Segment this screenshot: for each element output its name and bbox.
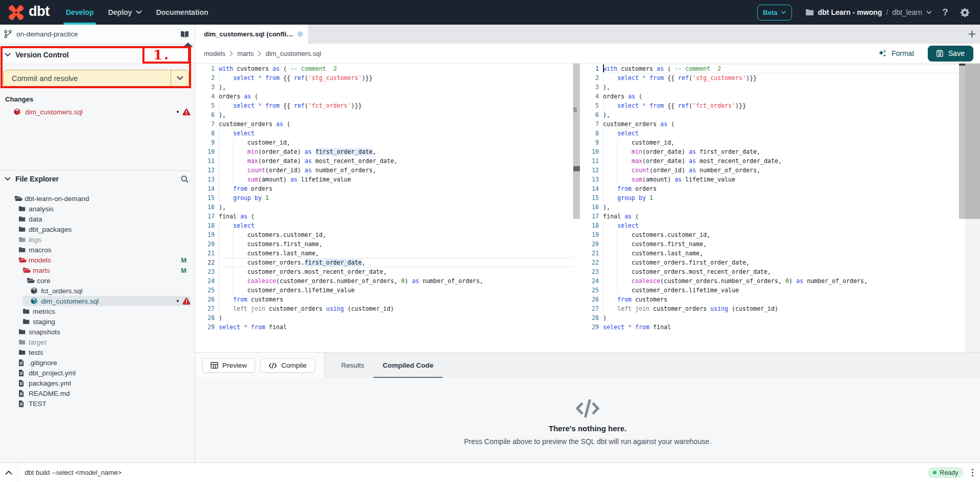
new-tab-button[interactable] bbox=[968, 25, 976, 44]
code-line-29[interactable]: 29select * from final bbox=[579, 323, 980, 332]
project-switcher[interactable]: dbt Learn - mwong / dbt_learn bbox=[805, 8, 932, 16]
code-line-24[interactable]: 24 coalesce(customer_orders.number_of_or… bbox=[195, 276, 573, 286]
code-line-27[interactable]: 27 left join customer_orders using (cust… bbox=[195, 304, 573, 313]
code-line-21[interactable]: 21 customers.last_name, bbox=[579, 249, 980, 258]
commit-and-resolve-button[interactable]: Commit and resolve bbox=[3, 70, 189, 87]
tree-item-target[interactable]: target bbox=[0, 337, 195, 347]
code-line-16[interactable]: 16), bbox=[579, 203, 980, 212]
code-line-20[interactable]: 20 customers.first_name, bbox=[579, 239, 980, 249]
code-line-16[interactable]: 16), bbox=[195, 203, 573, 212]
code-line-4[interactable]: 4orders as ( bbox=[579, 92, 980, 101]
code-line-2[interactable]: 2 select * from {{ ref('stg_customers')}… bbox=[195, 73, 573, 83]
tree-item-dbt-learn-on-demand[interactable]: dbt-learn-on-demand bbox=[0, 193, 195, 204]
code-line-6[interactable]: 6), bbox=[579, 110, 980, 119]
code-line-12[interactable]: 12 count(order_id) as number_of_orders, bbox=[579, 166, 980, 175]
changed-file-row[interactable]: dim_customers.sql bbox=[0, 106, 195, 118]
code-line-3[interactable]: 3), bbox=[195, 83, 573, 92]
code-line-26[interactable]: 26 from customers bbox=[579, 295, 980, 304]
file-explorer-header[interactable]: File Explorer bbox=[0, 170, 195, 187]
code-line-17[interactable]: 17final as ( bbox=[195, 212, 573, 221]
code-line-22[interactable]: 22 customer_orders.first_order_date, bbox=[579, 258, 980, 267]
right-scrollbar[interactable] bbox=[959, 64, 965, 352]
code-line-28[interactable]: 28) bbox=[195, 313, 573, 323]
tree-item-core[interactable]: core bbox=[0, 275, 195, 286]
code-line-14[interactable]: 14 from orders bbox=[579, 184, 980, 193]
tree-item-macros[interactable]: macros bbox=[0, 245, 195, 255]
preview-button[interactable]: Preview bbox=[202, 358, 255, 373]
code-line-4[interactable]: 4orders as ( bbox=[195, 92, 573, 101]
dbt-logo[interactable]: dbt bbox=[0, 5, 58, 21]
nav-documentation[interactable]: Documentation bbox=[149, 0, 216, 25]
code-line-10[interactable]: 10 min(order_date) as first_order_date, bbox=[579, 147, 980, 156]
tree-item-tests[interactable]: tests bbox=[0, 347, 195, 357]
code-line-21[interactable]: 21 customers.last_name, bbox=[195, 249, 573, 258]
code-line-17[interactable]: 17final as ( bbox=[579, 212, 980, 221]
code-line-25[interactable]: 25 customer_orders.lifetime_value bbox=[579, 286, 980, 295]
gear-icon[interactable] bbox=[958, 6, 971, 18]
docs-book-icon[interactable] bbox=[180, 31, 189, 38]
tree-item-logs[interactable]: logs bbox=[0, 234, 195, 245]
tree-item-test[interactable]: TEST bbox=[0, 398, 195, 409]
code-line-9[interactable]: 9 customer_id, bbox=[579, 138, 980, 147]
command-bar-toggle[interactable] bbox=[0, 463, 18, 482]
code-line-20[interactable]: 20 customers.first_name, bbox=[195, 239, 573, 249]
code-line-18[interactable]: 18 select bbox=[579, 221, 980, 230]
tree-item-dbt-project-yml[interactable]: dbt_project.yml bbox=[0, 368, 195, 378]
command-input[interactable]: dbt build --select <model_name> bbox=[25, 469, 121, 476]
kebab-menu-icon[interactable] bbox=[970, 467, 976, 479]
code-line-12[interactable]: 12 count(order_id) as number_of_orders, bbox=[195, 166, 573, 175]
code-line-5[interactable]: 5 select * from {{ ref('fct_orders')}} bbox=[579, 101, 980, 110]
format-button[interactable]: Format bbox=[878, 49, 914, 58]
editor-pane-right[interactable]: 1with customers as ( -- comment 22 selec… bbox=[579, 64, 980, 352]
tab-results[interactable]: Results bbox=[332, 353, 373, 378]
code-line-7[interactable]: 7customer_orders as ( bbox=[195, 119, 573, 129]
tree-item-readme-md[interactable]: README.md bbox=[0, 388, 195, 398]
code-line-5[interactable]: 5 select * from {{ ref('fct_orders')}} bbox=[195, 101, 573, 110]
breadcrumb-models[interactable]: models bbox=[204, 50, 225, 57]
code-line-8[interactable]: 8 select bbox=[579, 129, 980, 138]
code-line-9[interactable]: 9 customer_id, bbox=[195, 138, 573, 147]
breadcrumb-file[interactable]: dim_customers.sql bbox=[265, 50, 321, 57]
tree-item-data[interactable]: data bbox=[0, 214, 195, 224]
tree-item-dbt-packages[interactable]: dbt_packages bbox=[0, 224, 195, 234]
code-line-3[interactable]: 3), bbox=[579, 83, 980, 92]
code-line-22[interactable]: 22 customer_orders.first_order_date, bbox=[195, 258, 573, 267]
tab-dim-customers[interactable]: dim_customers.sql (confli… bbox=[195, 25, 308, 44]
code-line-15[interactable]: 15 group by 1 bbox=[195, 193, 573, 203]
save-button[interactable]: Save bbox=[928, 46, 973, 62]
tree-item--gitignore[interactable]: .gitignore bbox=[0, 357, 195, 368]
unsaved-indicator-icon[interactable] bbox=[298, 30, 303, 38]
code-line-27[interactable]: 27 left join customer_orders using (cust… bbox=[579, 304, 980, 313]
tree-item-staging[interactable]: staging bbox=[0, 316, 195, 327]
code-line-13[interactable]: 13 sum(amount) as lifetime_value bbox=[195, 175, 573, 184]
code-line-24[interactable]: 24 coalesce(customer_orders.number_of_or… bbox=[579, 276, 980, 286]
code-line-25[interactable]: 25 customer_orders.lifetime_value bbox=[195, 286, 573, 295]
editor-pane-left[interactable]: 1with customers as ( -- comment 22 selec… bbox=[195, 64, 573, 352]
code-line-1[interactable]: 1with customers as ( -- comment 2 bbox=[195, 64, 573, 73]
tree-item-metrics[interactable]: metrics bbox=[0, 306, 195, 316]
beta-badge[interactable]: Beta bbox=[757, 5, 791, 21]
tree-item-analysis[interactable]: analysis bbox=[0, 204, 195, 214]
code-line-19[interactable]: 19 customers.customer_id, bbox=[579, 230, 980, 239]
git-branch-row[interactable]: on-demand-practice bbox=[0, 25, 195, 44]
code-line-11[interactable]: 11 max(order_date) as most_recent_order_… bbox=[195, 156, 573, 166]
code-line-10[interactable]: 10 min(order_date) as first_order_date, bbox=[195, 147, 573, 156]
code-line-1[interactable]: 1with customers as ( -- comment 2 bbox=[579, 64, 980, 73]
help-icon[interactable]: ? bbox=[939, 6, 951, 18]
tree-item-fct-orders-sql[interactable]: fct_orders.sql bbox=[0, 286, 195, 296]
tree-item-snapshots[interactable]: snapshots bbox=[0, 327, 195, 337]
code-line-23[interactable]: 23 customer_orders.most_recent_order_dat… bbox=[579, 267, 980, 276]
code-line-6[interactable]: 6), bbox=[195, 110, 573, 119]
code-line-8[interactable]: 8 select bbox=[195, 129, 573, 138]
tree-item-models[interactable]: modelsM bbox=[0, 255, 195, 265]
code-line-14[interactable]: 14 from orders bbox=[195, 184, 573, 193]
code-line-7[interactable]: 7customer_orders as ( bbox=[579, 119, 980, 129]
tree-item-marts[interactable]: martsM bbox=[0, 265, 195, 275]
nav-deploy[interactable]: Deploy bbox=[101, 0, 149, 25]
tab-compiled-code[interactable]: Compiled Code bbox=[373, 353, 443, 378]
code-line-18[interactable]: 18 select bbox=[195, 221, 573, 230]
search-icon[interactable] bbox=[181, 175, 189, 183]
code-line-11[interactable]: 11 max(order_date) as most_recent_order_… bbox=[579, 156, 980, 166]
code-line-15[interactable]: 15 group by 1 bbox=[579, 193, 980, 203]
nav-develop[interactable]: Develop bbox=[58, 0, 100, 25]
